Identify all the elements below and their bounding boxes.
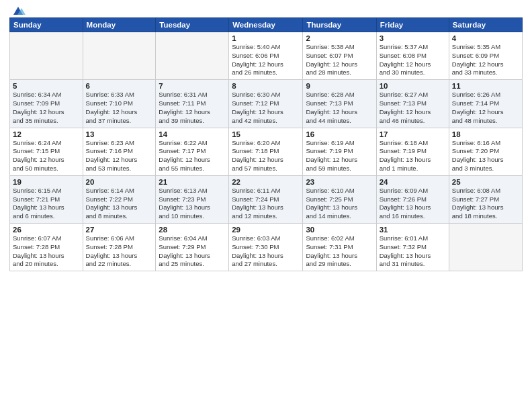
day-info: Sunrise: 6:19 AM Sunset: 7:19 PM Dayligh… [306, 139, 373, 173]
calendar-cell [156, 32, 229, 80]
day-number: 20 [86, 178, 153, 186]
weekday-header: Wednesday [229, 18, 303, 32]
calendar-cell: 13Sunrise: 6:23 AM Sunset: 7:16 PM Dayli… [83, 128, 156, 175]
day-number: 16 [306, 130, 373, 138]
day-info: Sunrise: 6:34 AM Sunset: 7:09 PM Dayligh… [13, 91, 80, 125]
weekday-header: Friday [376, 18, 449, 32]
day-number: 19 [13, 178, 80, 186]
calendar-week-row: 12Sunrise: 6:24 AM Sunset: 7:15 PM Dayli… [10, 128, 523, 175]
day-number: 12 [13, 130, 80, 138]
day-number: 14 [159, 130, 226, 138]
day-number: 11 [452, 82, 519, 90]
calendar-cell: 27Sunrise: 6:06 AM Sunset: 7:28 PM Dayli… [83, 224, 156, 271]
calendar-cell: 18Sunrise: 6:16 AM Sunset: 7:20 PM Dayli… [449, 128, 522, 175]
calendar-week-row: 5Sunrise: 6:34 AM Sunset: 7:09 PM Daylig… [10, 80, 523, 128]
day-info: Sunrise: 5:40 AM Sunset: 6:06 PM Dayligh… [232, 43, 300, 77]
day-number: 7 [159, 82, 226, 90]
calendar-cell: 23Sunrise: 6:10 AM Sunset: 7:25 PM Dayli… [303, 175, 376, 223]
calendar-week-row: 1Sunrise: 5:40 AM Sunset: 6:06 PM Daylig… [10, 32, 523, 80]
day-number: 23 [306, 178, 373, 186]
page: SundayMondayTuesdayWednesdayThursdayFrid… [0, 0, 532, 411]
calendar-cell [449, 224, 522, 271]
day-info: Sunrise: 6:30 AM Sunset: 7:12 PM Dayligh… [232, 91, 300, 125]
day-number: 2 [306, 34, 373, 42]
day-info: Sunrise: 6:10 AM Sunset: 7:25 PM Dayligh… [306, 187, 373, 221]
day-info: Sunrise: 6:02 AM Sunset: 7:31 PM Dayligh… [306, 234, 373, 269]
day-info: Sunrise: 6:33 AM Sunset: 7:10 PM Dayligh… [86, 91, 153, 125]
calendar-cell: 6Sunrise: 6:33 AM Sunset: 7:10 PM Daylig… [83, 80, 156, 128]
calendar-cell: 20Sunrise: 6:14 AM Sunset: 7:22 PM Dayli… [83, 175, 156, 223]
calendar-week-row: 19Sunrise: 6:15 AM Sunset: 7:21 PM Dayli… [10, 175, 523, 223]
calendar-cell: 5Sunrise: 6:34 AM Sunset: 7:09 PM Daylig… [10, 80, 83, 128]
calendar-cell: 12Sunrise: 6:24 AM Sunset: 7:15 PM Dayli… [10, 128, 83, 175]
calendar-cell: 29Sunrise: 6:03 AM Sunset: 7:30 PM Dayli… [229, 224, 303, 271]
day-number: 5 [13, 82, 80, 90]
calendar-cell: 1Sunrise: 5:40 AM Sunset: 6:06 PM Daylig… [229, 32, 303, 80]
day-number: 10 [380, 82, 446, 90]
calendar-cell: 7Sunrise: 6:31 AM Sunset: 7:11 PM Daylig… [156, 80, 229, 128]
day-number: 4 [452, 34, 519, 42]
day-number: 8 [232, 82, 300, 90]
calendar-cell: 14Sunrise: 6:22 AM Sunset: 7:17 PM Dayli… [156, 128, 229, 175]
day-number: 17 [380, 130, 446, 138]
day-info: Sunrise: 6:06 AM Sunset: 7:28 PM Dayligh… [86, 234, 153, 269]
calendar-cell: 31Sunrise: 6:01 AM Sunset: 7:32 PM Dayli… [376, 224, 449, 271]
day-info: Sunrise: 6:16 AM Sunset: 7:20 PM Dayligh… [452, 139, 519, 173]
calendar-cell: 9Sunrise: 6:28 AM Sunset: 7:13 PM Daylig… [303, 80, 376, 128]
day-info: Sunrise: 6:15 AM Sunset: 7:21 PM Dayligh… [13, 187, 80, 221]
day-number: 15 [232, 130, 300, 138]
day-info: Sunrise: 6:27 AM Sunset: 7:13 PM Dayligh… [380, 91, 446, 125]
calendar-cell: 2Sunrise: 5:38 AM Sunset: 6:07 PM Daylig… [303, 32, 376, 80]
day-info: Sunrise: 5:35 AM Sunset: 6:09 PM Dayligh… [452, 43, 519, 77]
weekday-header: Saturday [449, 18, 522, 32]
day-info: Sunrise: 6:07 AM Sunset: 7:28 PM Dayligh… [13, 234, 80, 269]
header [9, 7, 523, 13]
calendar-week-row: 26Sunrise: 6:07 AM Sunset: 7:28 PM Dayli… [10, 224, 523, 271]
day-number: 27 [86, 226, 153, 234]
day-info: Sunrise: 6:14 AM Sunset: 7:22 PM Dayligh… [86, 187, 153, 221]
day-number: 21 [159, 178, 226, 186]
day-info: Sunrise: 6:23 AM Sunset: 7:16 PM Dayligh… [86, 139, 153, 173]
day-info: Sunrise: 6:03 AM Sunset: 7:30 PM Dayligh… [232, 234, 300, 269]
calendar-cell: 10Sunrise: 6:27 AM Sunset: 7:13 PM Dayli… [376, 80, 449, 128]
day-info: Sunrise: 6:11 AM Sunset: 7:24 PM Dayligh… [232, 187, 300, 221]
calendar-cell: 21Sunrise: 6:13 AM Sunset: 7:23 PM Dayli… [156, 175, 229, 223]
day-number: 29 [232, 226, 300, 234]
calendar-cell: 8Sunrise: 6:30 AM Sunset: 7:12 PM Daylig… [229, 80, 303, 128]
calendar-table: SundayMondayTuesdayWednesdayThursdayFrid… [9, 17, 523, 271]
calendar-cell: 24Sunrise: 6:09 AM Sunset: 7:26 PM Dayli… [376, 175, 449, 223]
day-info: Sunrise: 5:37 AM Sunset: 6:08 PM Dayligh… [380, 43, 446, 77]
day-number: 1 [232, 34, 300, 42]
calendar-cell: 19Sunrise: 6:15 AM Sunset: 7:21 PM Dayli… [10, 175, 83, 223]
day-info: Sunrise: 6:31 AM Sunset: 7:11 PM Dayligh… [159, 91, 226, 125]
calendar-cell [83, 32, 156, 80]
calendar-cell [10, 32, 83, 80]
calendar-cell: 16Sunrise: 6:19 AM Sunset: 7:19 PM Dayli… [303, 128, 376, 175]
day-info: Sunrise: 6:26 AM Sunset: 7:14 PM Dayligh… [452, 91, 519, 125]
day-number: 9 [306, 82, 373, 90]
day-info: Sunrise: 6:04 AM Sunset: 7:29 PM Dayligh… [159, 234, 226, 269]
weekday-header: Sunday [10, 18, 83, 32]
calendar-cell: 15Sunrise: 6:20 AM Sunset: 7:18 PM Dayli… [229, 128, 303, 175]
logo-icon [11, 5, 26, 16]
day-info: Sunrise: 6:13 AM Sunset: 7:23 PM Dayligh… [159, 187, 226, 221]
calendar-cell: 28Sunrise: 6:04 AM Sunset: 7:29 PM Dayli… [156, 224, 229, 271]
weekday-header: Thursday [303, 18, 376, 32]
day-number: 3 [380, 34, 446, 42]
logo [9, 7, 26, 13]
day-number: 31 [380, 226, 446, 234]
day-number: 30 [306, 226, 373, 234]
day-info: Sunrise: 6:22 AM Sunset: 7:17 PM Dayligh… [159, 139, 226, 173]
calendar-cell: 4Sunrise: 5:35 AM Sunset: 6:09 PM Daylig… [449, 32, 522, 80]
day-number: 6 [86, 82, 153, 90]
day-number: 18 [452, 130, 519, 138]
day-info: Sunrise: 6:18 AM Sunset: 7:19 PM Dayligh… [380, 139, 446, 173]
day-info: Sunrise: 6:01 AM Sunset: 7:32 PM Dayligh… [380, 234, 446, 269]
calendar-cell: 3Sunrise: 5:37 AM Sunset: 6:08 PM Daylig… [376, 32, 449, 80]
day-info: Sunrise: 5:38 AM Sunset: 6:07 PM Dayligh… [306, 43, 373, 77]
calendar-cell: 30Sunrise: 6:02 AM Sunset: 7:31 PM Dayli… [303, 224, 376, 271]
calendar-header-row: SundayMondayTuesdayWednesdayThursdayFrid… [10, 18, 523, 32]
day-number: 28 [159, 226, 226, 234]
calendar-cell: 22Sunrise: 6:11 AM Sunset: 7:24 PM Dayli… [229, 175, 303, 223]
day-number: 25 [452, 178, 519, 186]
